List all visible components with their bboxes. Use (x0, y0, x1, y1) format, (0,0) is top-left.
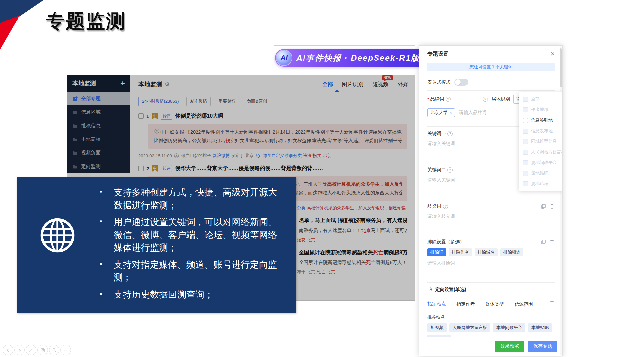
geo-option-label: 全部 (531, 96, 540, 102)
geo-option: 属地贴吧 (519, 168, 563, 178)
active-tab-indicator (335, 90, 339, 92)
geo-option: 人民网地方留言板 (519, 147, 563, 157)
tab-短视频[interactable]: 短视频NEW (373, 81, 388, 88)
geo-recognition-label: 属地识别 (491, 96, 510, 102)
question-icon[interactable]: ? (447, 167, 453, 173)
checkbox[interactable] (138, 113, 144, 119)
geo-option[interactable]: 信息签到地 (519, 115, 563, 126)
expression-mode-toggle[interactable] (454, 79, 468, 86)
site-tag[interactable]: 人民网地方留言板 (449, 323, 490, 332)
site-tag[interactable]: 短视频 (427, 323, 447, 332)
directional-tab[interactable]: 指定站点 (427, 301, 446, 309)
divider (274, 45, 415, 46)
ellipsis-button[interactable] (60, 345, 71, 355)
folder-icon (72, 123, 78, 129)
copy-icon[interactable] (541, 204, 546, 209)
folder-icon (72, 110, 78, 115)
checkbox (523, 139, 528, 144)
copy-icon[interactable] (541, 239, 546, 245)
slide-title: 专题监测 (46, 9, 126, 34)
checkbox (523, 107, 528, 112)
panel-scrollbar-thumb[interactable] (560, 48, 562, 87)
magnifier-button[interactable] (49, 345, 59, 355)
text-segment: 高校计算机系的众多学生，加入反华组织，创建诈骗 学生 (307, 205, 407, 211)
keyword1-input[interactable]: 请输入关键词 (427, 141, 455, 146)
text-segment: 妇女儿童犯罪专项行动，妇女权益保障法完成“大修”等入选。 评委们从性别平等相关度… (235, 138, 402, 143)
news-item-title-row: 2中转评侵华大学……背京大学……侵是侵略的侵……背是背叛的背…… (138, 163, 407, 173)
presenter-toolbar (3, 345, 71, 355)
keyword2-input[interactable]: 请输入关键词 (427, 177, 455, 182)
exclude-tab[interactable]: 排除词 (427, 248, 446, 256)
tab-外媒[interactable]: 外媒 (398, 81, 408, 88)
topic-settings-panel: 专题设置 × 您还可设置1个关键词 表达式模式 * 品牌词 ? ? (419, 45, 563, 356)
geo-option-label: 属地论坛 (531, 181, 548, 187)
checkbox[interactable] (523, 118, 528, 123)
checkbox (523, 181, 528, 186)
save-topic-button[interactable]: 保存专题 (528, 341, 557, 352)
checkbox (523, 150, 528, 155)
sidebar-item[interactable]: 维稳信息 (67, 119, 130, 133)
add-topic-button[interactable]: + (120, 79, 125, 87)
folder-icon (72, 164, 78, 169)
ambiguous-word-label: 歧义词 (427, 203, 441, 209)
tab-图片识别[interactable]: 图片识别 (342, 81, 363, 88)
text-segment: 北京 (361, 228, 371, 233)
text-segment: 新浪微博 (213, 153, 230, 159)
exclude-tab[interactable]: 排除频道 (500, 248, 523, 256)
exclude-input[interactable]: 请输入排除词 (427, 260, 455, 266)
folder-icon (72, 137, 78, 142)
tab-全部[interactable]: 全部 (322, 81, 333, 88)
directional-tab[interactable]: 媒体类型 (485, 301, 504, 309)
exclude-tabs: 排除词排除作者排除域名排除频道 (427, 248, 555, 256)
filter-button[interactable]: 负面&原创 (243, 97, 270, 106)
ambiguous-input[interactable]: 请输入歧义词 (427, 214, 455, 219)
bullet-text: 支持多种创建方式，快捷、高级对开源大数据进行监测； (114, 186, 278, 212)
question-icon[interactable]: ? (443, 204, 448, 209)
directional-tab[interactable]: 指定作者 (456, 301, 475, 309)
filter-button[interactable]: 重要舆情 (215, 97, 239, 106)
site-tag[interactable]: 本地问政平台 (493, 323, 525, 332)
news-item-title[interactable]: 你倒是说说哪10大啊 (175, 113, 223, 120)
geo-option: 信息发布地 (519, 126, 563, 136)
text-segment: 病例超8万人 (383, 250, 407, 255)
question-icon[interactable]: ? (447, 131, 453, 136)
sidebar-item-label: 本地高校 (81, 136, 101, 142)
sidebar-item[interactable]: 本地高校 (67, 133, 130, 146)
exclude-tab[interactable]: 排除域名 (475, 248, 498, 256)
preview-button[interactable]: 效果预览 (495, 341, 524, 352)
prev-arrow-button[interactable] (3, 345, 13, 355)
sidebar-item-label: 定向监测 (81, 163, 101, 170)
geo-option: 属地论坛 (519, 178, 563, 189)
remove-tag-icon[interactable]: × (449, 110, 452, 115)
text-segment: 添加自定义涉事分类 (263, 153, 302, 159)
gear-icon[interactable]: ⚙ (165, 81, 170, 88)
sidebar-item[interactable]: 视频负面 (67, 146, 130, 160)
news-item-title[interactable]: 侵华大学……背京大学……侵是侵略的侵……背是背叛的背…… (175, 165, 323, 172)
close-icon[interactable]: × (550, 50, 555, 58)
question-icon[interactable]: ? (483, 97, 488, 102)
brand-input[interactable]: 请输入品牌词 (459, 110, 487, 116)
checkbox (523, 171, 528, 176)
question-icon[interactable]: ? (446, 97, 451, 102)
brand-keyword-tag: 北京大学 × (427, 108, 455, 117)
trash-icon[interactable] (549, 204, 555, 209)
filter-button[interactable]: 24小时舆情(23863) (138, 97, 182, 106)
checkbox[interactable] (138, 166, 144, 171)
pen-button[interactable] (26, 345, 36, 355)
sidebar-header: 本地监测 + (67, 75, 130, 92)
filter-button[interactable]: 精准舆情 (186, 97, 211, 106)
site-tag[interactable]: 本地贴吧 (528, 323, 552, 332)
keyword1-label: 关键词一 (427, 131, 446, 137)
news-item-title[interactable]: 名单，马上面试 [福][福]济南乘务员，有人速度名单 (299, 217, 407, 224)
exclude-tab[interactable]: 排除作者 (449, 248, 472, 256)
trash-icon[interactable] (549, 300, 555, 306)
news-item-title[interactable]: 全国累计在院新冠病毒感染相关死亡病例超8万人 (299, 249, 407, 256)
next-arrow-button[interactable] (14, 345, 25, 355)
directional-tab[interactable]: 信源范围 (515, 301, 533, 309)
sidebar-item[interactable]: 信息区域 (67, 105, 130, 119)
slides-button[interactable] (37, 345, 48, 355)
sidebar-item[interactable]: 定向监测 (67, 160, 130, 173)
sidebar-item[interactable]: 全部专题 (67, 92, 130, 105)
trash-icon[interactable] (549, 239, 555, 245)
bullet-marker: • (100, 258, 114, 284)
